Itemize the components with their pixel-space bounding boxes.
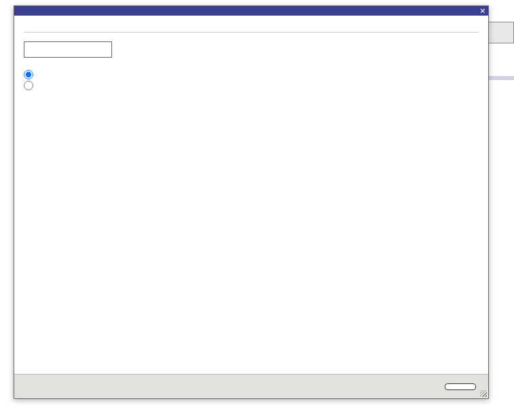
divider bbox=[24, 32, 479, 33]
selective-build-radio[interactable] bbox=[24, 81, 33, 90]
build-cube-dialog: × bbox=[14, 5, 489, 399]
resize-grip-icon[interactable] bbox=[480, 390, 487, 397]
dialog-titlebar: × bbox=[14, 6, 488, 16]
bg-bottom-row bbox=[0, 401, 514, 417]
selective-build-option[interactable] bbox=[24, 81, 479, 90]
close-icon[interactable]: × bbox=[480, 6, 485, 16]
max-records-input[interactable] bbox=[24, 41, 112, 58]
build-everything-radio[interactable] bbox=[24, 70, 33, 79]
build-everything-option[interactable] bbox=[24, 70, 479, 79]
bg-tab-box bbox=[488, 22, 514, 43]
dialog-footer bbox=[14, 374, 488, 398]
close-button[interactable] bbox=[445, 383, 476, 390]
dialog-body bbox=[14, 16, 488, 374]
